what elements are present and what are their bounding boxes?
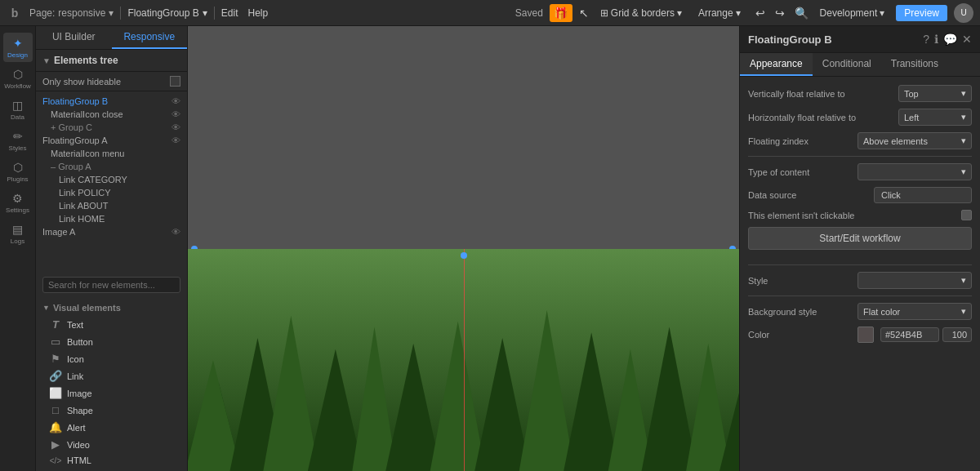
eye-icon[interactable]: 👁: [172, 136, 180, 145]
nav-design-label: Design: [7, 51, 28, 59]
tab-conditional[interactable]: Conditional: [813, 53, 881, 76]
tree-item-label: Link POLICY: [59, 188, 111, 198]
nav-workflow[interactable]: ⬡ Workflow: [3, 64, 33, 93]
arrange-button[interactable]: Arrange ▾: [693, 6, 746, 20]
element-image[interactable]: ⬜ Image: [36, 384, 187, 402]
color-opacity-value[interactable]: 100: [942, 327, 972, 342]
workflow-button[interactable]: Start/Edit workflow: [748, 227, 972, 250]
image-element-label: Image: [67, 389, 92, 398]
search-elements-input[interactable]: [42, 277, 180, 293]
tree-item-group-a[interactable]: – Group A: [36, 160, 187, 173]
nav-data[interactable]: ◫ Data: [3, 95, 33, 124]
only-show-checkbox[interactable]: [170, 76, 180, 87]
undo-button[interactable]: ↩: [752, 5, 768, 21]
not-clickable-label: This element isn't clickable: [748, 211, 961, 220]
color-swatch[interactable]: [858, 327, 874, 343]
tree-item-link-home[interactable]: Link HOME: [36, 212, 187, 225]
tab-appearance[interactable]: Appearance: [740, 53, 813, 76]
tree-item-materialicon-menu[interactable]: MaterialIcon menu: [36, 147, 187, 160]
topbar-actions: Edit Help: [221, 7, 268, 19]
eye-icon[interactable]: 👁: [172, 227, 180, 237]
data-source-click-button[interactable]: Click: [874, 187, 972, 203]
search-button[interactable]: 🔍: [795, 7, 808, 20]
chat-icon[interactable]: 💬: [943, 33, 957, 46]
eye-icon[interactable]: 👁: [172, 96, 180, 106]
element-shape[interactable]: □ Shape: [36, 402, 187, 419]
type-content-chevron-icon: ▾: [961, 167, 966, 177]
section-collapse-icon: ▼: [42, 304, 50, 312]
grid-borders-button[interactable]: ⊞ Grid & borders ▾: [595, 6, 687, 20]
not-clickable-checkbox[interactable]: [961, 210, 972, 220]
style-label: Style: [748, 276, 858, 286]
nav-styles[interactable]: ✏ Styles: [3, 126, 33, 155]
color-hex-value[interactable]: #524B4B: [880, 327, 939, 342]
floating-zindex-dropdown[interactable]: Above elements ▾: [858, 132, 972, 149]
html-element-label: HTML: [67, 455, 91, 465]
text-element-label: Text: [67, 320, 83, 330]
settings-icon: ⚙: [12, 192, 23, 205]
development-button[interactable]: Development ▾: [815, 6, 890, 20]
element-alert[interactable]: 🔔 Alert: [36, 419, 187, 436]
tab-transitions[interactable]: Transitions: [881, 53, 948, 76]
nav-settings[interactable]: ⚙ Settings: [3, 188, 33, 217]
icon-nav: ✦ Design ⬡ Workflow ◫ Data ✏ Styles ⬡ Pl…: [0, 26, 36, 471]
elements-tree-title: Elements tree: [54, 55, 118, 66]
tree-item-link-policy[interactable]: Link POLICY: [36, 186, 187, 199]
tree-item-group-c[interactable]: + Group C 👁: [36, 121, 187, 134]
element-text[interactable]: T Text: [36, 316, 187, 333]
info-icon[interactable]: ℹ: [934, 33, 938, 46]
nav-plugins[interactable]: ⬡ Plugins: [3, 157, 33, 186]
visual-elements-section: ▼ Visual elements T Text ▭ Button ⚑ Icon…: [36, 296, 187, 471]
help-circle-icon[interactable]: ?: [923, 33, 929, 46]
nav-design[interactable]: ✦ Design: [3, 33, 33, 62]
group-name-selector[interactable]: FloatingGroup B ▾: [127, 7, 207, 19]
text-element-icon: T: [49, 318, 62, 331]
user-avatar[interactable]: U: [954, 3, 973, 23]
background-style-label: Background style: [748, 307, 858, 317]
visual-elements-header[interactable]: ▼ Visual elements: [36, 300, 187, 316]
gift-icon-button[interactable]: 🎁: [550, 4, 572, 22]
tab-responsive[interactable]: Responsive: [112, 26, 188, 49]
element-html[interactable]: </> HTML: [36, 453, 187, 468]
tree-content: FloatingGroup B 👁 MaterialIcon close 👁 +…: [36, 91, 187, 273]
nav-logs[interactable]: ▤ Logs: [3, 219, 33, 248]
page-selector[interactable]: Page: responsive ▾: [29, 7, 114, 19]
elements-tree-header[interactable]: ▼ Elements tree: [36, 50, 187, 72]
tree-item-link-about[interactable]: Link ABOUT: [36, 199, 187, 212]
saved-status: Saved: [515, 7, 543, 19]
eye-icon[interactable]: 👁: [172, 122, 180, 132]
tree-item-floating-group-a[interactable]: FloatingGroup A 👁: [36, 134, 187, 147]
background-style-dropdown[interactable]: Flat color ▾: [858, 303, 972, 320]
vertically-float-dropdown[interactable]: Top ▾: [898, 85, 972, 102]
right-panel: FloatingGroup B ? ℹ 💬 ✕ Appearance Condi…: [739, 26, 980, 471]
horizontally-float-dropdown[interactable]: Left ▾: [898, 109, 972, 126]
group-name-value: FloatingGroup B: [127, 7, 198, 19]
element-icon[interactable]: ⚑ Icon: [36, 350, 187, 367]
tree-item-floating-group-b[interactable]: FloatingGroup B 👁: [36, 95, 187, 108]
close-icon[interactable]: ✕: [962, 33, 972, 46]
tree-item-link-category[interactable]: Link CATEGORY: [36, 173, 187, 186]
element-video[interactable]: ▶ Video: [36, 436, 187, 453]
logs-icon: ▤: [12, 223, 23, 236]
arrange-chevron-icon: ▾: [736, 7, 741, 19]
data-source-row: Data source Click: [748, 187, 972, 203]
style-row: Style ▾: [748, 272, 972, 289]
edit-button[interactable]: Edit: [221, 7, 238, 19]
redo-button[interactable]: ↪: [772, 5, 788, 21]
development-label: Development: [820, 7, 878, 19]
tree-item-label: – Group A: [51, 162, 91, 171]
type-of-content-dropdown[interactable]: ▾: [858, 163, 972, 180]
tree-item-label: + Group C: [51, 122, 92, 132]
help-button[interactable]: Help: [247, 7, 268, 19]
tree-item-materialicon-close[interactable]: MaterialIcon close 👁: [36, 108, 187, 121]
style-dropdown[interactable]: ▾: [858, 272, 972, 289]
element-button[interactable]: ▭ Button: [36, 333, 187, 350]
resize-handle-top[interactable]: [461, 252, 467, 259]
tab-ui-builder[interactable]: UI Builder: [36, 26, 112, 49]
divider-2: [748, 264, 972, 265]
eye-icon[interactable]: 👁: [172, 109, 180, 119]
element-link[interactable]: 🔗 Link: [36, 367, 187, 384]
data-icon: ◫: [12, 99, 23, 112]
preview-button[interactable]: Preview: [896, 5, 947, 21]
tree-item-image-a[interactable]: Image A 👁: [36, 225, 187, 238]
